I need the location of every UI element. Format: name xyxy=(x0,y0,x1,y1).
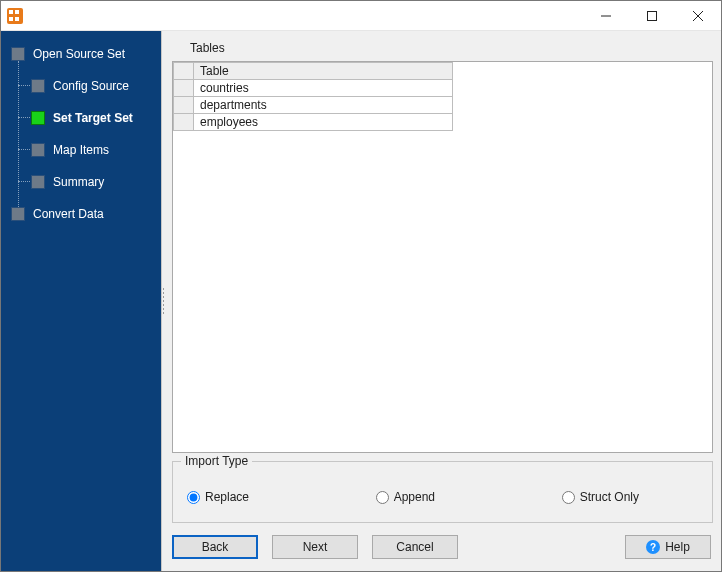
maximize-button[interactable] xyxy=(629,1,675,30)
import-type-label: Import Type xyxy=(181,454,252,468)
table-cell[interactable]: countries xyxy=(194,80,453,97)
radio-replace-input[interactable] xyxy=(187,491,200,504)
app-icon xyxy=(7,8,23,24)
wizard-window: Open Source Set Config Source Set Target… xyxy=(0,0,722,572)
content-panel: Tables Table countries xyxy=(161,31,721,571)
cancel-button[interactable]: Cancel xyxy=(372,535,458,559)
step-marker-icon xyxy=(11,47,25,61)
splitter-handle[interactable] xyxy=(162,31,166,571)
row-header[interactable] xyxy=(174,80,194,97)
next-button-label: Next xyxy=(303,540,328,554)
help-button-label: Help xyxy=(665,540,690,554)
close-button[interactable] xyxy=(675,1,721,30)
table-cell[interactable]: departments xyxy=(194,97,453,114)
step-label: Convert Data xyxy=(33,207,104,221)
table-row[interactable]: employees xyxy=(174,114,453,131)
step-tree: Open Source Set Config Source Set Target… xyxy=(1,43,161,225)
minimize-icon xyxy=(601,11,611,21)
step-label: Map Items xyxy=(53,143,109,157)
wizard-sidebar: Open Source Set Config Source Set Target… xyxy=(1,31,161,571)
grid-corner[interactable] xyxy=(174,63,194,80)
step-label: Config Source xyxy=(53,79,129,93)
step-marker-icon xyxy=(31,175,45,189)
wizard-button-row: Back Next Cancel ? Help xyxy=(162,523,721,571)
radio-label: Append xyxy=(394,490,435,504)
maximize-icon xyxy=(647,11,657,21)
step-set-target-set[interactable]: Set Target Set xyxy=(1,107,161,129)
radio-replace[interactable]: Replace xyxy=(187,490,249,504)
radio-append-input[interactable] xyxy=(376,491,389,504)
row-header[interactable] xyxy=(174,114,194,131)
close-icon xyxy=(693,11,703,21)
step-map-items[interactable]: Map Items xyxy=(1,139,161,161)
minimize-button[interactable] xyxy=(583,1,629,30)
column-header-table[interactable]: Table xyxy=(194,63,453,80)
next-button[interactable]: Next xyxy=(272,535,358,559)
row-header[interactable] xyxy=(174,97,194,114)
step-open-source-set[interactable]: Open Source Set xyxy=(1,43,161,65)
back-button-label: Back xyxy=(202,540,229,554)
step-config-source[interactable]: Config Source xyxy=(1,75,161,97)
step-marker-icon xyxy=(31,111,45,125)
step-label: Summary xyxy=(53,175,104,189)
help-button[interactable]: ? Help xyxy=(625,535,711,559)
import-type-group: Import Type Replace Append Struct Only xyxy=(172,461,713,523)
radio-append[interactable]: Append xyxy=(376,490,435,504)
table-cell[interactable]: employees xyxy=(194,114,453,131)
radio-struct-only[interactable]: Struct Only xyxy=(562,490,639,504)
tables-section-label: Tables xyxy=(172,37,713,61)
radio-struct-only-input[interactable] xyxy=(562,491,575,504)
step-marker-icon xyxy=(31,79,45,93)
svg-rect-1 xyxy=(648,11,657,20)
radio-label: Struct Only xyxy=(580,490,639,504)
back-button[interactable]: Back xyxy=(172,535,258,559)
window-body: Open Source Set Config Source Set Target… xyxy=(1,31,721,571)
step-label: Open Source Set xyxy=(33,47,125,61)
step-marker-icon xyxy=(11,207,25,221)
step-summary[interactable]: Summary xyxy=(1,171,161,193)
tables-grid[interactable]: Table countries departments employe xyxy=(173,62,453,131)
step-convert-data[interactable]: Convert Data xyxy=(1,203,161,225)
table-row[interactable]: countries xyxy=(174,80,453,97)
titlebar xyxy=(1,1,721,31)
cancel-button-label: Cancel xyxy=(396,540,433,554)
radio-label: Replace xyxy=(205,490,249,504)
table-row[interactable]: departments xyxy=(174,97,453,114)
step-label: Set Target Set xyxy=(53,111,133,125)
step-marker-icon xyxy=(31,143,45,157)
help-icon: ? xyxy=(646,540,660,554)
tables-grid-panel: Table countries departments employe xyxy=(172,61,713,453)
